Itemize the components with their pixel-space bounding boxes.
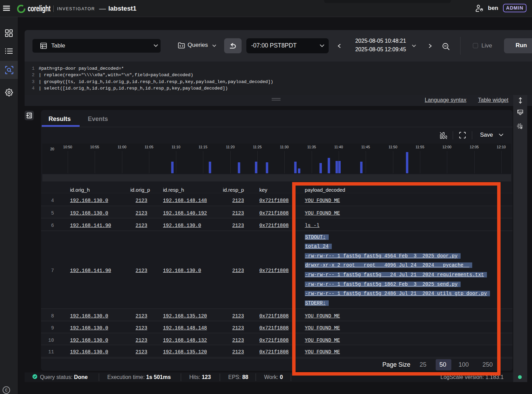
- svg-text:C: C: [5, 388, 8, 393]
